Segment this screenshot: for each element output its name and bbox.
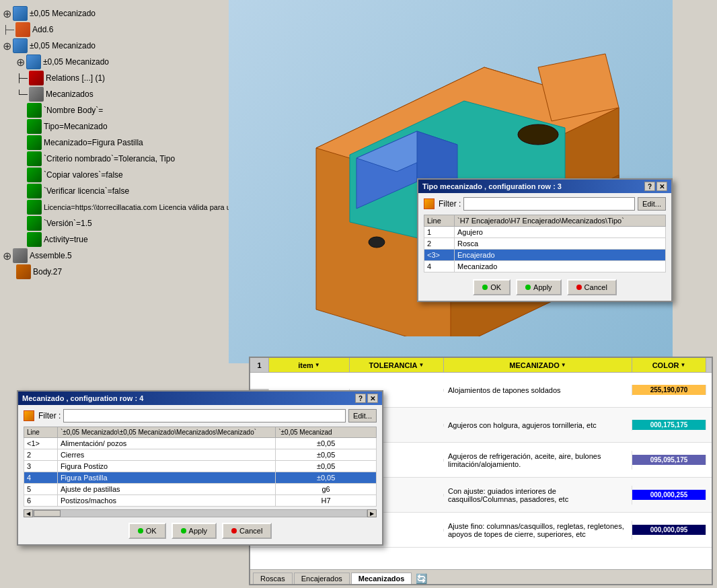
dialog-mecanizado-filter-input[interactable] bbox=[63, 409, 346, 422]
ss-col-num-header: 1 bbox=[250, 358, 269, 372]
dialog-mecanizado-filter-row: Filter : Edit... bbox=[24, 409, 377, 422]
ss-col-d-sort-icon[interactable]: ▼ bbox=[680, 362, 685, 368]
ss-tab-mecanizados[interactable]: Mecanizados bbox=[351, 573, 412, 584]
dialog-mec-row-2-line: 2 bbox=[24, 449, 58, 461]
dialog-mecanizado-help-button[interactable]: ? bbox=[355, 394, 366, 403]
dialog-mec-row-6-value: Postizos/machos bbox=[57, 495, 275, 507]
ss-tab-encajerados[interactable]: Encajerados bbox=[294, 573, 350, 584]
dialog-mecanizado-table: Line `±0,05 Mecanizado\±0,05 Mecanizado\… bbox=[24, 427, 377, 507]
dialog-mec-row-2[interactable]: 2 Cierres ±0,05 bbox=[24, 449, 377, 461]
tree-label-11: `Copiar valores`=false bbox=[44, 170, 123, 180]
dialog-tipo-edit-button[interactable]: Edit... bbox=[638, 197, 666, 211]
ss-cell-2-c: Agujeros con holgura, agujeros torniller… bbox=[444, 420, 632, 431]
cancel-red-dot bbox=[576, 285, 582, 290]
ok-green-dot-mec bbox=[138, 528, 143, 534]
ss-col-b-sort-icon[interactable]: ▼ bbox=[419, 362, 424, 368]
tree-label-4: ±0,05 Mecanizado bbox=[43, 57, 109, 67]
dialog-tipo-row-4[interactable]: 4 Mecanizado bbox=[424, 261, 666, 272]
filter-label-mec: Filter : bbox=[38, 411, 61, 420]
dialog-mec-row-3[interactable]: 3 Figura Postizo ±0,05 bbox=[24, 461, 377, 472]
dialog-mecanizado: Mecanizado , configuration row : 4 ? ✕ F… bbox=[17, 390, 383, 546]
ss-col-a-header: item ▼ bbox=[269, 358, 350, 372]
tree-icon-5 bbox=[29, 71, 44, 85]
dialog-mec-row-3-val2: ±0,05 bbox=[276, 461, 377, 472]
tree-icon-9 bbox=[27, 135, 42, 150]
dialog-mec-row-6-line: 6 bbox=[24, 495, 58, 507]
dialog-mec-row-4[interactable]: 4 Figura Pastilla ±0,05 bbox=[24, 472, 377, 484]
ss-col-a-label: item bbox=[298, 361, 313, 369]
ss-tab-roscas[interactable]: Roscas bbox=[253, 573, 293, 584]
dialog-tipo-filter-input[interactable] bbox=[463, 197, 635, 211]
dialog-mecanizado-titlebar-buttons: ? ✕ bbox=[355, 394, 378, 403]
dialog-tipo-row-3-line: <3> bbox=[424, 250, 455, 261]
ss-col-a-sort-icon[interactable]: ▼ bbox=[315, 362, 320, 368]
dialog-mec-row-5-line: 5 bbox=[24, 484, 58, 495]
dialog-mec-apply-button[interactable]: Apply bbox=[172, 523, 217, 539]
tree-label-2: Add.6 bbox=[32, 25, 53, 34]
h-scrollbar[interactable] bbox=[33, 509, 367, 517]
tree-label-15: Activity=true bbox=[44, 235, 88, 244]
dialog-mec-row-1-value: Alimentación/ pozos bbox=[57, 438, 275, 449]
tree-expand-icon-16: ⊕ bbox=[3, 250, 11, 262]
dialog-mec-ok-button[interactable]: OK bbox=[128, 523, 166, 539]
dialog-tipo-titlebar: Tipo mecanizado , configuration row : 3 … bbox=[418, 180, 671, 193]
tree-label-6: Mecanizados bbox=[46, 89, 93, 99]
ss-col-c-label: MECANIZADO bbox=[509, 361, 560, 369]
dialog-tipo-help-button[interactable]: ? bbox=[644, 182, 655, 191]
ss-cell-3-d: 095,095,175 bbox=[632, 455, 706, 465]
dialog-mec-row-5[interactable]: 5 Ajuste de pastillas g6 bbox=[24, 484, 377, 495]
scroll-right-arrow[interactable]: ▶ bbox=[367, 509, 377, 517]
tree-label-14: `Versión`=1.5 bbox=[44, 219, 92, 228]
tree-label-9: Mecanizado=Figura Pastilla bbox=[44, 138, 143, 147]
dialog-mec-cancel-button[interactable]: Cancel bbox=[222, 523, 272, 539]
dialog-tipo-row-1[interactable]: 1 Agujero bbox=[424, 227, 666, 238]
dialog-tipo-ok-button[interactable]: OK bbox=[473, 279, 511, 295]
ss-col-c-sort-icon[interactable]: ▼ bbox=[561, 362, 566, 368]
dialog-mecanizado-content: Filter : Edit... Line `±0,05 Mecanizado\… bbox=[18, 405, 382, 544]
dialog-tipo-row-2-value: Rosca bbox=[455, 238, 666, 250]
dialog-tipo-cancel-label: Cancel bbox=[584, 283, 607, 291]
dialog-mec-row-2-val2: ±0,05 bbox=[276, 449, 377, 461]
cancel-red-dot-mec bbox=[231, 528, 237, 534]
tree-connector-icon-5: ├─ bbox=[16, 73, 28, 83]
dialog-mec-row-6[interactable]: 6 Postizos/machos H7 bbox=[24, 495, 377, 507]
dialog-tipo-cancel-button[interactable]: Cancel bbox=[567, 279, 617, 295]
dialog-mecanizado-close-button[interactable]: ✕ bbox=[367, 394, 378, 403]
tree-icon-11 bbox=[27, 168, 42, 182]
tree-label-8: Tipo=Mecanizado bbox=[44, 122, 108, 131]
dialog-mec-row-1[interactable]: <1> Alimentación/ pozos ±0,05 bbox=[24, 438, 377, 449]
dialog-tipo-row-3[interactable]: <3> Encajerado bbox=[424, 250, 666, 261]
dialog-mecanizado-titlebar: Mecanizado , configuration row : 4 ? ✕ bbox=[18, 392, 382, 405]
filter-icon bbox=[424, 198, 435, 209]
ss-tab-more-icon[interactable]: 🔄 bbox=[416, 573, 427, 584]
filter-icon-mec bbox=[24, 410, 34, 421]
ss-col-c-header: MECANIZADO ▼ bbox=[444, 358, 632, 372]
dialog-mec-col-line: Line bbox=[24, 427, 58, 438]
ss-col-b-header: TOLERANCIA ▼ bbox=[350, 358, 444, 372]
scrollbar-thumb[interactable] bbox=[34, 510, 61, 517]
tree-icon-10 bbox=[27, 151, 42, 166]
tree-icon-15 bbox=[27, 232, 42, 247]
dialog-tipo-apply-button[interactable]: Apply bbox=[516, 279, 562, 295]
tree-label-5: Relations [...] (1) bbox=[46, 73, 105, 83]
dialog-tipo-table: Line `H7 Encajerado\H7 Encajerado\Mecani… bbox=[424, 215, 666, 272]
dialog-tipo-col-value: `H7 Encajerado\H7 Encajerado\Mecanizados… bbox=[455, 215, 666, 227]
ss-col-d-header: COLOR ▼ bbox=[632, 358, 706, 372]
dialog-tipo-titlebar-buttons: ? ✕ bbox=[644, 182, 667, 191]
dialog-mec-scrollbar-area: ◀ ▶ bbox=[24, 509, 377, 517]
scroll-left-arrow[interactable]: ◀ bbox=[24, 509, 33, 517]
dialog-tipo-row-2[interactable]: 2 Rosca bbox=[424, 238, 666, 250]
dialog-tipo: Tipo mecanizado , configuration row : 3 … bbox=[417, 178, 673, 302]
dialog-mec-row-6-val2: H7 bbox=[276, 495, 377, 507]
filter-label: Filter : bbox=[439, 199, 461, 209]
dialog-tipo-close-button[interactable]: ✕ bbox=[656, 182, 667, 191]
tree-icon-16 bbox=[13, 248, 28, 263]
svg-point-10 bbox=[369, 237, 385, 248]
dialog-mec-row-5-value: Ajuste de pastillas bbox=[57, 484, 275, 495]
ss-cell-5-c: Ajuste fino: columnas/casquillos, reglet… bbox=[444, 521, 632, 540]
dialog-mecanizado-edit-button[interactable]: Edit... bbox=[348, 409, 377, 422]
tree-icon-4 bbox=[26, 54, 41, 69]
dialog-tipo-row-4-value: Mecanizado bbox=[455, 261, 666, 272]
tree-connector-icon-4: ⊕ bbox=[16, 56, 25, 69]
dialog-tipo-row-2-line: 2 bbox=[424, 238, 455, 250]
